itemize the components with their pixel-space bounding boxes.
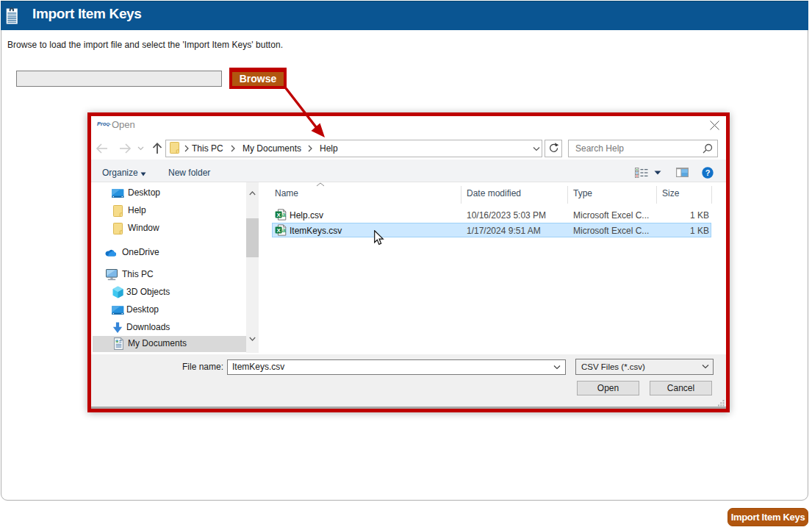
svg-text:X: X xyxy=(276,227,281,234)
svg-text:X: X xyxy=(276,212,281,218)
svg-text:?: ? xyxy=(705,168,711,177)
